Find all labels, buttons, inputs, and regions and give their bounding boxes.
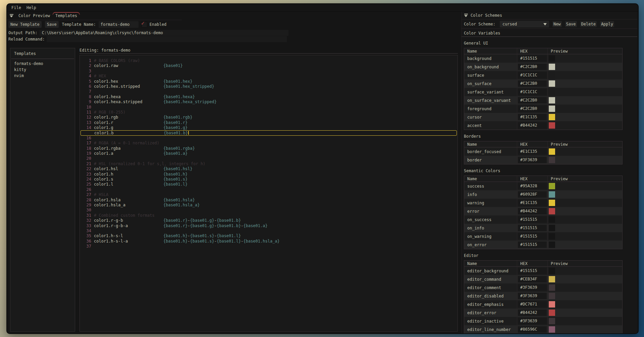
scheme-apply-button[interactable]: Apply bbox=[600, 21, 614, 27]
hex-input[interactable]: #E1C135 bbox=[518, 114, 547, 120]
editor-line[interactable]: 36color1.h-s-l-a{base01.h}-{base01.s}-{b… bbox=[80, 239, 458, 244]
editor-line[interactable]: 22color1.hsl{base01.hsl} bbox=[80, 166, 458, 172]
color-preview-swatch[interactable] bbox=[549, 89, 555, 95]
editor-line[interactable]: 12color1.rgb{base01.rgb} bbox=[80, 115, 458, 120]
hex-input[interactable]: #C2C2B0 bbox=[518, 64, 547, 70]
color-scheme-combo[interactable]: cursed bbox=[500, 21, 549, 27]
editor-line[interactable]: 10 bbox=[80, 105, 458, 110]
hex-input[interactable]: #151515 bbox=[518, 55, 547, 62]
menu-item-file[interactable]: File bbox=[9, 4, 24, 11]
hex-input[interactable]: #86596C bbox=[518, 326, 547, 333]
color-preview-swatch[interactable] bbox=[549, 148, 555, 155]
editor-line[interactable]: 29color1.hsla_a{base01.hsla_a} bbox=[80, 203, 458, 208]
color-preview-swatch[interactable] bbox=[549, 80, 555, 87]
hex-input[interactable]: #C2C2B0 bbox=[518, 80, 547, 87]
hex-input[interactable]: #151515 bbox=[518, 216, 547, 223]
editor-line[interactable]: 5color1.hex{base01.hex} bbox=[80, 79, 458, 84]
hex-input[interactable]: #C2C2B0 bbox=[518, 97, 547, 104]
color-preview-swatch[interactable] bbox=[549, 64, 555, 70]
output-path-input[interactable]: C:\Users\user\AppData\Roaming\clrsync\fo… bbox=[40, 30, 288, 36]
color-preview-swatch[interactable] bbox=[549, 114, 555, 120]
editor-line[interactable]: 23color1.h{base01.h} bbox=[80, 172, 458, 177]
color-preview-swatch[interactable] bbox=[549, 326, 555, 333]
color-preview-swatch[interactable] bbox=[549, 216, 555, 223]
hex-input[interactable]: #E1C135 bbox=[518, 148, 547, 155]
tab-templates[interactable]: Templates bbox=[53, 12, 80, 20]
hex-input[interactable]: #E1C135 bbox=[518, 200, 547, 206]
color-preview-swatch[interactable] bbox=[549, 122, 555, 129]
editor-line[interactable]: 16 bbox=[80, 136, 458, 141]
editor-line[interactable]: 32color1.r-g-b{base01.r}-{base01.g}-{bas… bbox=[80, 218, 458, 223]
hex-input[interactable]: #DC7671 bbox=[518, 301, 547, 308]
hex-input[interactable]: #C2C2B0 bbox=[518, 106, 547, 112]
color-preview-swatch[interactable] bbox=[549, 233, 555, 240]
collapse-arrow-icon[interactable] bbox=[10, 14, 13, 17]
editor-line[interactable]: 30 bbox=[80, 208, 458, 213]
template-name-input[interactable]: formats-demo bbox=[99, 21, 139, 28]
editor-line[interactable]: 3 bbox=[80, 69, 458, 74]
collapse-arrow-icon[interactable] bbox=[464, 14, 468, 17]
hex-input[interactable]: #151515 bbox=[518, 225, 547, 231]
hex-input[interactable]: #B44242 bbox=[518, 122, 547, 129]
editor-line[interactable]: 35color1.h-s-l{base01.h}-{base01.s}-{bas… bbox=[80, 233, 458, 239]
hex-input[interactable]: #151515 bbox=[518, 233, 547, 240]
color-preview-swatch[interactable] bbox=[549, 72, 555, 78]
editor-line[interactable]: 6color1.hex.stripped{base01.hex_stripped… bbox=[80, 84, 458, 89]
hex-input[interactable]: #3F3639 bbox=[518, 293, 547, 299]
color-preview-swatch[interactable] bbox=[549, 284, 555, 291]
scheme-save-button[interactable]: Save bbox=[565, 21, 577, 27]
editor-line[interactable]: 37 bbox=[80, 244, 458, 249]
color-preview-swatch[interactable] bbox=[549, 191, 555, 198]
hex-input[interactable]: #B44242 bbox=[518, 208, 547, 214]
editor-line[interactable]: 11# RGB (0-255) bbox=[80, 110, 458, 115]
hex-input[interactable]: #3F3639 bbox=[518, 157, 547, 163]
hex-input[interactable]: #151515 bbox=[518, 268, 547, 274]
hex-input[interactable]: #151515 bbox=[518, 242, 547, 248]
editor-line[interactable]: 1# BASE COLORS (raw) bbox=[80, 58, 458, 63]
color-preview-swatch[interactable] bbox=[549, 293, 555, 299]
hex-input[interactable]: #1C1C1C bbox=[518, 89, 547, 95]
editor-line[interactable]: 9color1.hexa.stripped{base01.hexa_stripp… bbox=[80, 99, 458, 105]
scheme-new-button[interactable]: New bbox=[552, 21, 562, 27]
hex-input[interactable]: #B44242 bbox=[518, 310, 547, 316]
editor-line[interactable]: 28color1.hsla{base01.hsla} bbox=[80, 198, 458, 203]
reload-command-input[interactable] bbox=[47, 36, 287, 42]
editor-line[interactable]: 13color1.r{base01.r} bbox=[80, 120, 458, 125]
hex-input[interactable]: #CEB34F bbox=[518, 276, 547, 282]
editor-line[interactable]: 4# HEX bbox=[80, 74, 458, 79]
save-template-button[interactable]: Save bbox=[45, 21, 59, 28]
hex-input[interactable]: #95A328 bbox=[518, 183, 547, 189]
editor-active-line[interactable]: color1.b{base01.b} bbox=[80, 130, 457, 136]
editor-line[interactable]: 25color1.l{base01.l} bbox=[80, 182, 458, 187]
color-preview-swatch[interactable] bbox=[549, 242, 555, 248]
color-schemes-header[interactable]: Color Schemes bbox=[462, 12, 637, 19]
scheme-delete-button[interactable]: Delete bbox=[580, 21, 597, 27]
color-preview-swatch[interactable] bbox=[549, 106, 555, 112]
editor-line[interactable]: 26 bbox=[80, 187, 458, 192]
editor-line[interactable]: 21# HSL (normalized 0-1 for s,l, integer… bbox=[80, 161, 458, 166]
color-preview-swatch[interactable] bbox=[549, 301, 555, 308]
editor-line[interactable]: 17# RGBA (A = 0-1 normalized) bbox=[80, 141, 458, 146]
color-preview-swatch[interactable] bbox=[549, 183, 555, 189]
color-preview-swatch[interactable] bbox=[549, 318, 555, 324]
editor-line[interactable]: 14color1.g{base01.g} bbox=[80, 125, 458, 130]
color-preview-swatch[interactable] bbox=[549, 310, 555, 316]
hex-input[interactable]: #3F3639 bbox=[518, 318, 547, 324]
menu-item-help[interactable]: Help bbox=[24, 4, 39, 11]
tab-color-preview[interactable]: Color Preview bbox=[16, 12, 53, 20]
new-template-button[interactable]: New Template bbox=[8, 21, 42, 28]
color-preview-swatch[interactable] bbox=[549, 208, 555, 214]
editor-line[interactable]: 18color1.rgba{base01.rgba} bbox=[80, 146, 458, 151]
template-list-item[interactable]: kitty bbox=[10, 67, 75, 73]
editor-line[interactable]: 31# Combined custom formats bbox=[80, 213, 458, 218]
color-preview-swatch[interactable] bbox=[549, 55, 555, 62]
hex-input[interactable]: #3F3639 bbox=[518, 284, 547, 291]
color-preview-swatch[interactable] bbox=[549, 276, 555, 282]
color-preview-swatch[interactable] bbox=[549, 225, 555, 231]
editor-line[interactable]: 33color1.r-g-b-a{base01.r}-{base01.g}-{b… bbox=[80, 223, 458, 228]
enabled-checkbox[interactable]: ✓ bbox=[142, 22, 147, 27]
color-preview-swatch[interactable] bbox=[549, 268, 555, 274]
editor-line[interactable]: 8color1.hexa{base01.hexa} bbox=[80, 94, 458, 99]
editor-line[interactable]: 24color1.s{base01.s} bbox=[80, 177, 458, 182]
hex-input[interactable]: #60928F bbox=[518, 191, 547, 198]
